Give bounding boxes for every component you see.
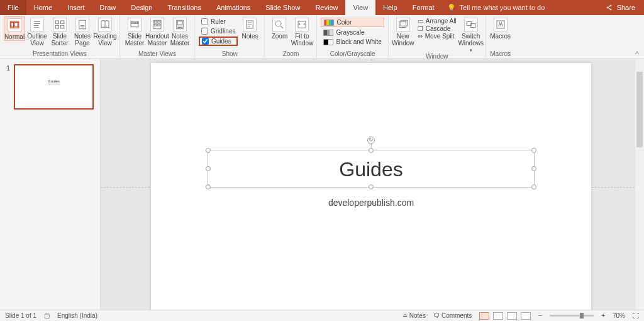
collapse-ribbon-button[interactable]: ㅅ xyxy=(634,48,640,57)
notes-toggle[interactable]: ≐ Notes xyxy=(402,312,426,319)
group-zoom: Zoom Fit to Window Zoom xyxy=(265,15,317,59)
fit-slide-button[interactable]: ⛶ xyxy=(633,312,639,319)
resize-handle[interactable] xyxy=(369,184,374,189)
zoom-level[interactable]: 70% xyxy=(613,312,625,319)
notes-page-button[interactable]: Notes Page xyxy=(72,16,93,47)
tab-design[interactable]: Design xyxy=(123,0,160,15)
svg-rect-19 xyxy=(177,21,182,25)
tell-me-label: Tell me what you want to do xyxy=(460,4,545,11)
slide[interactable]: Guides developerpublish.com xyxy=(151,63,591,310)
title-text[interactable]: Guides xyxy=(208,150,534,188)
tab-transitions[interactable]: Transitions xyxy=(160,0,209,15)
zoom-slider-knob[interactable] xyxy=(580,313,584,318)
arrange-all-button[interactable]: ▭Arrange All xyxy=(415,18,459,25)
zoom-in-button[interactable]: + xyxy=(601,312,605,319)
title-textbox[interactable]: Guides xyxy=(208,150,535,188)
group-color-grayscale: Color Grayscale Black and White Color/Gr… xyxy=(317,15,388,59)
ruler-checkbox[interactable]: Ruler xyxy=(199,18,238,26)
grayscale-button[interactable]: Grayscale xyxy=(321,28,384,37)
cascade-icon: ❐ xyxy=(418,25,423,32)
group-master-views: Slide Master Handout Master Notes Master… xyxy=(120,15,195,59)
slide-thumbnail-1[interactable]: Guides xyxy=(14,64,94,110)
svg-rect-12 xyxy=(132,22,138,23)
notes-button[interactable]: Notes xyxy=(239,16,260,40)
split-icon: ⇔ xyxy=(418,33,423,40)
resize-handle[interactable] xyxy=(531,166,536,171)
svg-rect-23 xyxy=(399,22,406,28)
group-show: Ruler Gridlines Guides Notes Show xyxy=(195,15,265,59)
handout-master-button[interactable]: Handout Master xyxy=(147,16,168,47)
comments-toggle[interactable]: 🗨 Comments xyxy=(433,312,472,319)
group-window: New Window ▭Arrange All ❐Cascade ⇔Move S… xyxy=(389,15,486,59)
black-white-button[interactable]: Black and White xyxy=(321,38,384,46)
tab-review[interactable]: Review xyxy=(308,0,345,15)
resize-handle[interactable] xyxy=(369,148,374,153)
slide-sorter-button[interactable]: Slide Sorter xyxy=(49,16,70,47)
resize-handle[interactable] xyxy=(531,148,536,153)
reading-view-icon[interactable] xyxy=(507,312,517,320)
color-button[interactable]: Color xyxy=(321,18,384,27)
tab-view[interactable]: View xyxy=(345,0,375,15)
slide-master-button[interactable]: Slide Master xyxy=(124,16,145,47)
resize-handle[interactable] xyxy=(531,184,536,189)
fit-to-window-button[interactable]: Fit to Window xyxy=(291,16,313,47)
scrollbar-thumb[interactable] xyxy=(636,72,643,147)
group-label: Presentation Views xyxy=(4,50,116,59)
macros-button[interactable]: Macros xyxy=(490,16,511,40)
reading-view-button[interactable]: Reading View xyxy=(94,16,116,47)
tab-animations[interactable]: Animations xyxy=(209,0,258,15)
zoom-button[interactable]: Zoom xyxy=(269,16,290,40)
share-button[interactable]: Share xyxy=(597,0,644,15)
chevron-down-icon: ▾ xyxy=(470,48,472,53)
svg-rect-7 xyxy=(61,21,64,24)
sorter-view-icon[interactable] xyxy=(493,312,503,320)
svg-rect-16 xyxy=(155,24,157,26)
group-macros: Macros Macros xyxy=(486,15,515,59)
resize-handle[interactable] xyxy=(206,184,211,189)
slide-canvas-area[interactable]: Guides developerpublish.com xyxy=(101,59,644,310)
cascade-button[interactable]: ❐Cascade xyxy=(415,25,459,32)
notes-master-button[interactable]: Notes Master xyxy=(169,16,191,47)
menu-tabs: File Home Insert Draw Design Transitions… xyxy=(0,0,644,15)
tab-file[interactable]: File xyxy=(0,0,26,15)
svg-rect-4 xyxy=(11,23,14,28)
normal-view-button[interactable]: Normal xyxy=(4,16,25,41)
guides-checkbox[interactable]: Guides xyxy=(199,37,238,46)
normal-view-icon[interactable] xyxy=(479,312,489,320)
language-button[interactable]: English (India) xyxy=(57,312,97,319)
tab-draw[interactable]: Draw xyxy=(92,0,124,15)
tab-insert[interactable]: Insert xyxy=(60,0,92,15)
spellcheck-icon[interactable]: ▢ xyxy=(44,312,50,319)
color-swatch-icon xyxy=(324,20,334,26)
svg-rect-15 xyxy=(158,21,160,23)
move-split-button[interactable]: ⇔Move Split xyxy=(415,33,459,40)
vertical-scrollbar[interactable] xyxy=(635,59,644,310)
resize-handle[interactable] xyxy=(206,148,211,153)
svg-point-2 xyxy=(610,9,611,10)
share-label: Share xyxy=(617,4,635,11)
zoom-slider[interactable] xyxy=(550,315,594,317)
status-bar: Slide 1 of 1 ▢ English (India) ≐ Notes 🗨… xyxy=(0,310,644,321)
resize-handle[interactable] xyxy=(206,166,211,171)
switch-windows-button[interactable]: Switch Windows▾ xyxy=(460,16,482,53)
new-window-button[interactable]: New Window xyxy=(392,16,414,47)
slideshow-view-icon[interactable] xyxy=(521,312,531,320)
share-icon xyxy=(606,4,613,11)
zoom-out-button[interactable]: − xyxy=(538,312,542,319)
tab-format[interactable]: Format xyxy=(405,0,442,15)
subtitle-text[interactable]: developerpublish.com xyxy=(328,198,414,208)
slide-thumbnails-pane: 1 Guides xyxy=(0,59,101,310)
rotate-handle[interactable] xyxy=(367,137,375,144)
svg-rect-24 xyxy=(401,20,408,26)
gridlines-checkbox[interactable]: Gridlines xyxy=(199,27,238,35)
group-label: Color/Grayscale xyxy=(321,50,384,59)
tab-help[interactable]: Help xyxy=(375,0,405,15)
tab-slideshow[interactable]: Slide Show xyxy=(258,0,308,15)
tab-home[interactable]: Home xyxy=(26,0,60,15)
group-label: Show xyxy=(199,50,260,59)
tell-me-search[interactable]: 💡 Tell me what you want to do xyxy=(447,0,545,15)
svg-rect-8 xyxy=(55,26,58,29)
outline-view-button[interactable]: Outline View xyxy=(26,16,48,47)
thumbnail-title: Guides xyxy=(48,79,60,84)
svg-point-0 xyxy=(607,7,608,8)
